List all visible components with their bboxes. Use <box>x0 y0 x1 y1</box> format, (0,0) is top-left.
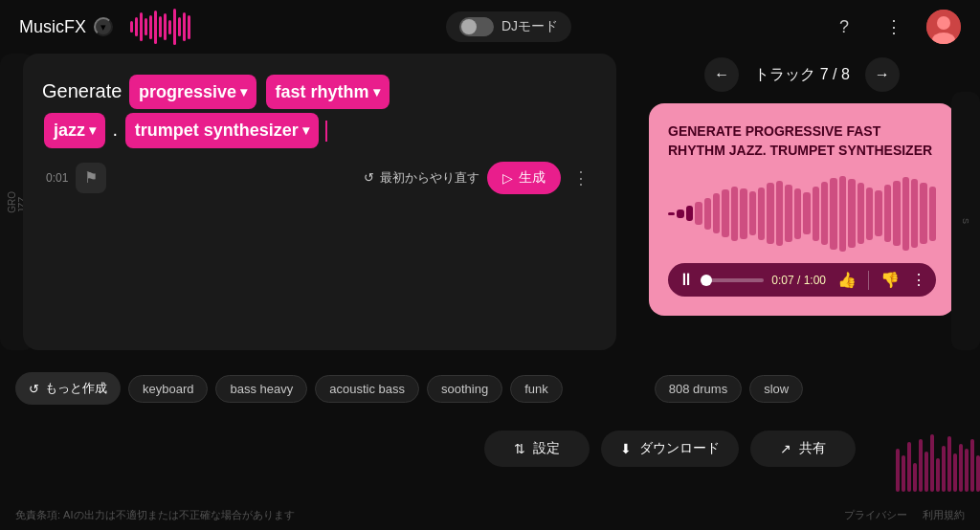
header-waveform <box>130 9 190 45</box>
suggestion-slow[interactable]: slow <box>749 375 803 403</box>
bottom-left: 0:01 ⚑ <box>46 163 106 193</box>
card-bottom-controls: 0:01 ⚑ ↺ 最初からやり直す ▷ 生成 ⋮ <box>42 162 597 194</box>
app-title: MusicFX <box>19 17 86 37</box>
footer: 免責条項: AIの出力は不適切または不正確な場合があります プライバシー 利用規… <box>0 500 980 530</box>
next-track-button[interactable]: → <box>865 57 900 92</box>
generate-word: Generate <box>42 80 122 101</box>
track-label: トラック 7 / 8 <box>754 65 850 85</box>
track-title: GENERATE PROGRESSIVE FAST RHYTHM JAZZ. T… <box>668 122 936 160</box>
disclaimer: 免責条項: AIの出力は不適切または不正確な場合があります <box>15 508 295 522</box>
track-navigation: ← トラック 7 / 8 → <box>704 57 900 92</box>
player-more-button[interactable]: ⋮ <box>911 271 926 289</box>
more-create-label: もっと作成 <box>45 380 107 397</box>
settings-button[interactable]: ⇅ 設定 <box>484 431 590 467</box>
share-button[interactable]: ↗ 共有 <box>750 431 856 467</box>
app-header: MusicFX ▾ DJモード ? ⋮ <box>0 0 980 54</box>
download-button[interactable]: ⬇ ダウンロード <box>601 431 739 467</box>
generator-card: Generate progressive ▾ fast rhythm ▾ jaz… <box>23 54 616 350</box>
footer-links: プライバシー 利用規約 <box>844 508 965 522</box>
dislike-button[interactable]: 👎 <box>877 269 903 291</box>
more-options-button[interactable]: ⋮ <box>877 10 911 44</box>
suggestion-funk[interactable]: funk <box>510 375 563 403</box>
reset-button[interactable]: ↺ 最初からやり直す <box>364 169 479 187</box>
side-strip-right: S <box>961 218 970 224</box>
progress-bar[interactable] <box>702 278 764 282</box>
suggestion-acoustic-bass[interactable]: acoustic bass <box>315 375 419 403</box>
playback-time: 0:01 <box>46 171 68 185</box>
chip-progressive[interactable]: progressive ▾ <box>129 75 256 109</box>
header-left: MusicFX ▾ <box>19 9 190 45</box>
prev-track-button[interactable]: ← <box>704 57 739 92</box>
pause-button[interactable]: ⏸ <box>678 270 695 290</box>
flag-button[interactable]: ⚑ <box>76 163 106 193</box>
chip-jazz[interactable]: jazz ▾ <box>44 113 105 147</box>
waveform-visualization <box>668 175 936 252</box>
progress-thumb <box>701 275 712 286</box>
bottom-actions: ⇅ 設定 ⬇ ダウンロード ↗ 共有 <box>0 427 980 471</box>
dj-mode-label: DJモード <box>501 18 558 35</box>
download-icon: ⬇ <box>620 441 632 456</box>
card-more-button[interactable]: ⋮ <box>568 164 593 192</box>
help-icon: ? <box>839 17 849 37</box>
download-label: ダウンロード <box>639 440 720 457</box>
reset-icon: ↺ <box>364 170 374 185</box>
generate-button[interactable]: ▷ 生成 <box>487 162 561 194</box>
generate-label: 生成 <box>519 169 546 187</box>
generator-panel: GROJZZ. Generate progressive ▾ fast rhyt… <box>15 54 616 350</box>
more-create-button[interactable]: ↺ もっと作成 <box>15 372 121 405</box>
generate-icon: ▷ <box>502 170 513 186</box>
settings-label: 設定 <box>533 440 560 457</box>
action-buttons: ↺ 最初からやり直す ▷ 生成 ⋮ <box>364 162 593 194</box>
right-side-strip: S <box>951 92 980 350</box>
next-icon: → <box>875 66 890 83</box>
track-player-panel: ← トラック 7 / 8 → GENERATE PROGRESSIVE FAST… <box>639 54 965 350</box>
dj-mode-toggle[interactable]: DJモード <box>446 11 571 42</box>
suggestion-keyboard[interactable]: keyboard <box>128 375 208 403</box>
divider <box>868 271 869 290</box>
more-icon: ⋮ <box>885 16 902 37</box>
toggle-switch <box>459 17 494 36</box>
app-menu-button[interactable]: ▾ <box>94 17 113 36</box>
terms-link[interactable]: 利用規約 <box>923 508 965 522</box>
privacy-link[interactable]: プライバシー <box>844 508 907 522</box>
player-card: GENERATE PROGRESSIVE FAST RHYTHM JAZZ. T… <box>649 103 955 316</box>
header-right: ? ⋮ <box>827 10 961 44</box>
prompt-area: Generate progressive ▾ fast rhythm ▾ jaz… <box>42 73 597 150</box>
chip-fast-rhythm[interactable]: fast rhythm ▾ <box>266 75 390 109</box>
reset-label: 最初からやり直す <box>380 169 479 187</box>
suggestion-bass-heavy[interactable]: bass heavy <box>215 375 307 403</box>
refresh-icon: ↺ <box>29 382 39 396</box>
time-display: 0:07 / 1:00 <box>771 274 826 287</box>
svg-point-1 <box>937 16 950 30</box>
user-avatar[interactable] <box>926 10 961 44</box>
share-icon: ↗ <box>780 441 791 456</box>
player-controls: ⏸ 0:07 / 1:00 👍 👎 ⋮ <box>668 263 936 297</box>
chip-trumpet-synthesizer[interactable]: trumpet synthesizer ▾ <box>125 113 319 147</box>
text-cursor <box>325 121 327 142</box>
help-button[interactable]: ? <box>827 10 861 44</box>
suggestions-row: ↺ もっと作成 keyboard bass heavy acoustic bas… <box>0 350 980 427</box>
separator: . <box>113 119 123 140</box>
suggestion-808-drums[interactable]: 808 drums <box>655 375 742 403</box>
suggestion-soothing[interactable]: soothing <box>427 375 502 403</box>
prev-icon: ← <box>714 66 729 83</box>
share-label: 共有 <box>799 440 826 457</box>
like-button[interactable]: 👍 <box>834 269 860 291</box>
main-content: GROJZZ. Generate progressive ▾ fast rhyt… <box>0 54 980 350</box>
settings-icon: ⇅ <box>514 441 525 456</box>
